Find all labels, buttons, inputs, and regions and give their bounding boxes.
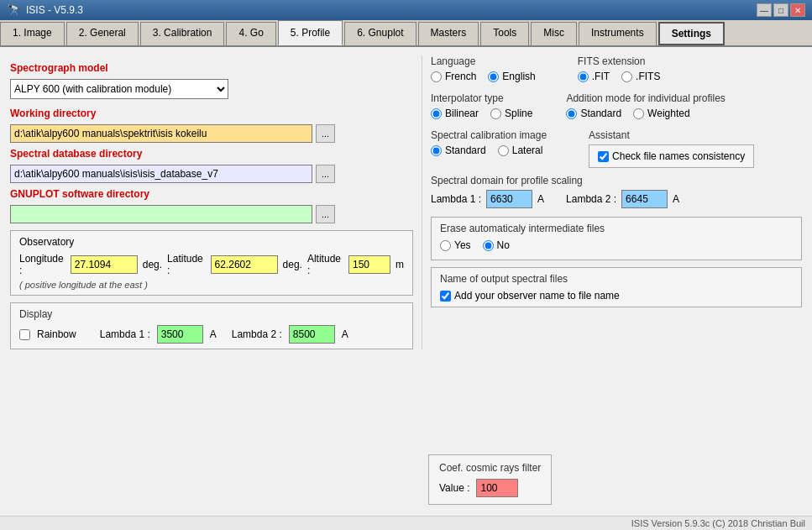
- spectrograph-row: ALPY 600 (with calibration module): [10, 79, 413, 99]
- sd-angstrom2: A: [673, 193, 679, 205]
- minimize-button[interactable]: —: [757, 3, 772, 17]
- gnuplot-row: ...: [10, 205, 413, 223]
- working-dir-browse[interactable]: ...: [316, 124, 335, 143]
- sd-lambda2-input[interactable]: [621, 190, 668, 208]
- deg1-label: deg.: [143, 259, 162, 270]
- altitude-input[interactable]: [348, 255, 390, 274]
- cal-standard-option[interactable]: Standard: [431, 144, 486, 156]
- french-label: French: [445, 71, 476, 82]
- spectral-cal-section: Spectral calibration image Standard Late…: [431, 129, 547, 168]
- assistant-label: Assistant: [589, 129, 754, 141]
- spectral-db-label: Spectral database directory: [10, 148, 413, 160]
- addition-mode-radio-group: Standard Weighted: [566, 108, 725, 119]
- title-bar-left: 🔭 ISIS - V5.9.3: [7, 3, 83, 17]
- coef-row: Value :: [439, 479, 541, 497]
- spline-label: Spline: [505, 108, 532, 119]
- cal-lateral-option[interactable]: Lateral: [498, 144, 543, 156]
- tab-tools[interactable]: Tools: [480, 22, 529, 45]
- spectral-cal-radio-group: Standard Lateral: [431, 144, 547, 156]
- output-label: Name of output spectral files: [440, 273, 793, 285]
- spectrograph-select[interactable]: ALPY 600 (with calibration module): [10, 79, 228, 99]
- addition-mode-label: Addition mode for individual profiles: [566, 92, 725, 104]
- french-option[interactable]: French: [431, 71, 476, 82]
- display-lambda1-input[interactable]: [157, 325, 203, 344]
- tab-go[interactable]: 4. Go: [226, 22, 275, 45]
- latitude-label: Latitude :: [167, 253, 206, 276]
- language-section: Language French English: [431, 55, 536, 86]
- spectral-db-input[interactable]: [10, 165, 312, 183]
- fits-ext-label: .FITS: [636, 71, 660, 82]
- english-option[interactable]: English: [488, 71, 535, 82]
- fits-radio-group: .FIT .FITS: [578, 71, 661, 82]
- display-row: Rainbow Lambda 1 : A Lambda 2 : A: [19, 325, 404, 344]
- deg2-label: deg.: [283, 259, 302, 270]
- display-lambda2-input[interactable]: [289, 325, 335, 344]
- spectral-db-browse[interactable]: ...: [316, 165, 335, 183]
- bilinear-label: Bilinear: [445, 108, 479, 119]
- window-title: ISIS - V5.9.3: [26, 4, 83, 16]
- latitude-input[interactable]: [211, 255, 278, 274]
- gnuplot-label: GNUPLOT software directory: [10, 188, 413, 200]
- display-lambda1-label: Lambda 1 :: [100, 328, 150, 340]
- sd-lambda1-label: Lambda 1 :: [431, 193, 481, 205]
- spectral-db-row: ...: [10, 165, 413, 183]
- gnuplot-browse[interactable]: ...: [316, 205, 335, 223]
- maximize-button[interactable]: □: [773, 3, 788, 17]
- tab-settings[interactable]: Settings: [658, 22, 725, 45]
- tab-image[interactable]: 1. Image: [0, 22, 65, 45]
- title-bar-controls[interactable]: — □ ✕: [757, 3, 805, 17]
- coef-input[interactable]: [476, 479, 518, 497]
- yes-label: Yes: [454, 239, 471, 251]
- erase-yes-option[interactable]: Yes: [440, 239, 471, 251]
- check-files-option[interactable]: Check file names consistency: [598, 150, 745, 162]
- tab-instruments[interactable]: Instruments: [579, 22, 657, 45]
- tab-calibration[interactable]: 3. Calibration: [140, 22, 225, 45]
- fit-option[interactable]: .FIT: [578, 71, 610, 82]
- rainbow-label: Rainbow: [37, 328, 76, 340]
- add-observer-option[interactable]: Add your observer name to file name: [440, 290, 793, 302]
- tab-masters[interactable]: Masters: [418, 22, 479, 45]
- tab-misc[interactable]: Misc: [531, 22, 577, 45]
- spline-option[interactable]: Spline: [490, 108, 532, 119]
- weighted-label: Weighted: [647, 108, 689, 119]
- sd-lambda1-input[interactable]: [486, 190, 532, 208]
- tab-profile[interactable]: 5. Profile: [278, 20, 343, 45]
- isis-version: ISIS Version 5.9.3c (C) 2018 Christian B…: [0, 516, 812, 530]
- longitude-input[interactable]: [71, 255, 138, 274]
- english-label: English: [502, 71, 535, 82]
- add-observer-checkbox[interactable]: [440, 291, 451, 302]
- spectral-domain-label: Spectral domain for profile scaling: [431, 175, 802, 186]
- tab-general[interactable]: 2. General: [66, 22, 139, 45]
- language-label: Language: [431, 55, 536, 67]
- output-section: Name of output spectral files Add your o…: [431, 267, 802, 307]
- gnuplot-input[interactable]: [10, 205, 312, 223]
- display-lambda2-label: Lambda 2 :: [232, 328, 282, 340]
- m-label: m: [396, 259, 404, 270]
- working-dir-input[interactable]: [10, 124, 312, 143]
- fits-ext-option[interactable]: .FITS: [621, 71, 660, 82]
- fits-section: FITS extension .FIT .FITS: [578, 55, 661, 86]
- working-dir-label: Working directory: [10, 108, 413, 119]
- observatory-coords-row: Longitude : deg. Latitude : deg. Altitud…: [19, 253, 404, 276]
- right-section: Language French English FITS e: [422, 55, 802, 349]
- cal-standard-label: Standard: [445, 144, 486, 156]
- tab-gnuplot[interactable]: 6. Gnuplot: [344, 22, 416, 45]
- erase-label: Erase automaticaly intermediate files: [440, 223, 793, 234]
- check-files-checkbox[interactable]: [598, 151, 609, 162]
- erase-radio-group: Yes No: [440, 239, 793, 251]
- language-radio-group: French English: [431, 71, 536, 82]
- rainbow-checkbox[interactable]: [19, 329, 30, 340]
- assistant-section: Assistant Check file names consistency: [589, 129, 754, 168]
- bilinear-option[interactable]: Bilinear: [431, 108, 479, 119]
- coef-section: Coef. cosmic rays filter Value :: [428, 449, 552, 505]
- erase-no-option[interactable]: No: [483, 239, 510, 251]
- close-button[interactable]: ✕: [790, 3, 805, 17]
- app-icon: 🔭: [7, 3, 21, 17]
- erase-section: Erase automaticaly intermediate files Ye…: [431, 217, 802, 260]
- display-angstrom1: A: [210, 328, 217, 340]
- standard-mode-label: Standard: [580, 108, 621, 119]
- standard-mode-option[interactable]: Standard: [566, 108, 621, 119]
- positive-note: ( positive longitude at the east ): [19, 280, 404, 290]
- weighted-option[interactable]: Weighted: [633, 108, 689, 119]
- display-label: Display: [19, 308, 404, 320]
